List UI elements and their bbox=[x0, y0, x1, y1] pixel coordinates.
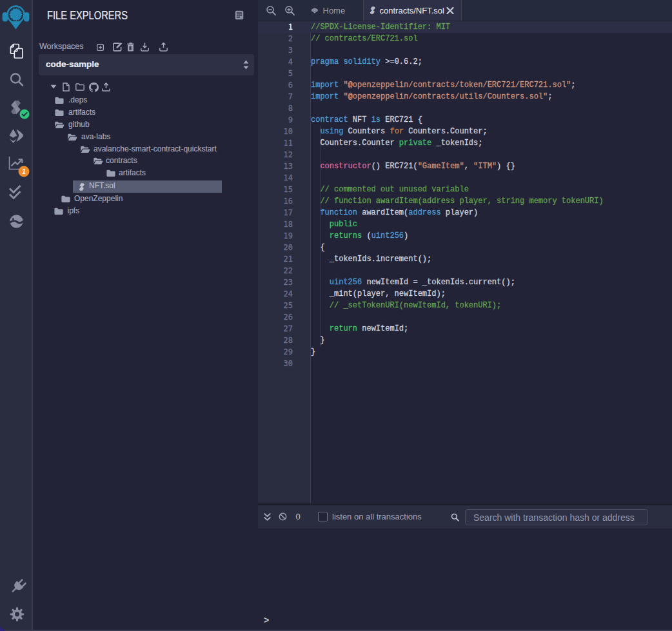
svg-text:1: 1 bbox=[22, 168, 26, 175]
